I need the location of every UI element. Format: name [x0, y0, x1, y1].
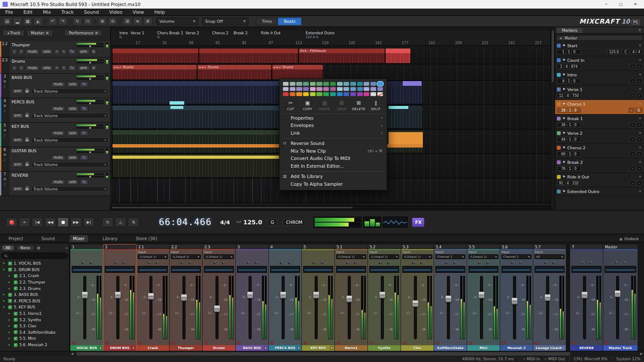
record-arm-dot[interactable]	[436, 342, 439, 344]
magnet-icon[interactable]: ⊓	[83, 17, 92, 25]
pan-knob[interactable]	[544, 261, 547, 265]
send-knob[interactable]	[188, 261, 192, 265]
clip-pencil-icon[interactable]: ∕	[12, 49, 17, 54]
add-fx-button[interactable]: +	[264, 346, 267, 350]
track-pan-slider[interactable]	[76, 127, 104, 129]
track-pan-slider[interactable]	[76, 45, 104, 47]
close-icon[interactable]: ✕	[638, 175, 642, 178]
checkbox-checked-icon[interactable]: ✓	[14, 287, 18, 290]
track-volume-dropdown[interactable]: Track Volume▾	[31, 162, 108, 167]
color-swatch[interactable]	[316, 82, 322, 86]
mixer-list-item[interactable]: ▸✓2.3. Drums	[1, 285, 68, 292]
eq-display[interactable]	[204, 266, 234, 273]
marker-field[interactable]: C	[622, 49, 629, 54]
fader-handle[interactable]	[479, 292, 484, 298]
track-menu-icon[interactable]: ≡	[91, 49, 97, 54]
eq-display[interactable]	[535, 266, 565, 273]
close-icon[interactable]: ✕	[638, 44, 642, 47]
input-dropdown[interactable]: (L)\Input 1/▾	[171, 254, 201, 259]
color-swatch[interactable]	[371, 92, 376, 96]
no-color-swatch[interactable]	[377, 92, 383, 96]
gear-icon[interactable]: ⚙	[37, 246, 41, 250]
pan-knob[interactable]	[246, 261, 250, 265]
track-thumper[interactable]: 2.2Thumper∕♪mutesolo∿∿fxarm≡	[0, 41, 110, 57]
record-arm-dot[interactable]	[337, 342, 340, 344]
add-fx-button[interactable]: +	[131, 346, 135, 350]
close-icon[interactable]: ✕	[638, 190, 642, 193]
marker-extended-outro[interactable]: ⚑Extended Outro✕	[555, 187, 644, 196]
clip-drums[interactable]: ⊘⊕↺Drums	[112, 65, 197, 79]
menu-track[interactable]: Track	[56, 9, 79, 15]
channel-name-bar[interactable]: Horns1	[335, 345, 368, 351]
fader-handle[interactable]	[615, 290, 620, 297]
mute-button[interactable]: mute	[25, 65, 39, 71]
fader-handle[interactable]	[280, 292, 286, 298]
marker-field[interactable]: -	[637, 93, 642, 98]
send-knob[interactable]	[122, 261, 126, 265]
marker-verse-1[interactable]: ⚑Verse 1✕11 : 4 : 750--	[555, 85, 644, 100]
pan-knob[interactable]	[213, 261, 217, 265]
send-knob[interactable]	[254, 261, 258, 265]
input-dropdown[interactable]: (L)\Input 1/▾	[468, 254, 498, 259]
channel-name-bar[interactable]: Drums	[203, 345, 235, 351]
mixer-list-item[interactable]: ▸✓5.3. Clav	[1, 323, 68, 329]
arm-button[interactable]: arm	[78, 49, 90, 54]
marker-field[interactable]: -	[637, 64, 642, 69]
pan-knob[interactable]	[477, 261, 481, 265]
fader-handle[interactable]	[346, 296, 352, 302]
volume-fader[interactable]	[315, 276, 318, 339]
fx-button[interactable]: fx	[80, 81, 88, 87]
send-knob[interactable]	[552, 261, 556, 265]
tap-tempo-button[interactable]: TAP	[236, 220, 242, 224]
channel-5-1[interactable]: 5.1Input:(L)\Input 1/▾0 –12 –– 9 –– 18 –…	[335, 244, 368, 351]
filter-all-button[interactable]: All	[1, 245, 15, 251]
channel-name-bar[interactable]: KEY BUS+	[302, 345, 334, 351]
marker-break-2[interactable]: ⚑Break 2✕76 : 1 : 0--	[555, 158, 644, 173]
automation-icon[interactable]: ∿	[54, 49, 60, 54]
fx-button[interactable]: fx	[80, 130, 88, 136]
track-pan-slider[interactable]	[76, 151, 104, 153]
record-arm-dot[interactable]	[172, 342, 174, 344]
channel-5[interactable]: 50 –12 –– 9 –– 18 –– 27 –– 36 –KEY BUS+	[302, 244, 334, 351]
menu-item-envelopes[interactable]: Envelopes›	[279, 122, 387, 130]
clip[interactable]	[170, 101, 184, 105]
color-swatch[interactable]	[371, 87, 376, 91]
track-menu-icon[interactable]: ≡	[91, 65, 97, 71]
add-fx-button[interactable]: +	[98, 346, 102, 350]
solo-button[interactable]: solo	[41, 65, 53, 71]
fader-handle[interactable]	[115, 292, 121, 298]
add-fx-button[interactable]: +	[297, 346, 301, 350]
channel-5-5[interactable]: 5.5Input:(L)\Input 1/▾0 –12 –– 9 –– 18 –…	[467, 244, 500, 351]
undo-icon[interactable]: ↶	[48, 17, 57, 25]
scrollbar-thumb[interactable]	[552, 30, 554, 82]
color-swatch[interactable]	[296, 82, 302, 86]
cut-button[interactable]: ✂CUT	[282, 100, 299, 111]
color-swatch[interactable]	[303, 87, 309, 91]
marker-time-field[interactable]: 28 : 1 : 0	[557, 108, 581, 113]
beats-toggle[interactable]: Beats	[278, 18, 301, 25]
checkbox-checked-icon[interactable]: ✓	[14, 312, 18, 316]
record-arm-dot[interactable]	[139, 342, 141, 344]
solo-button[interactable]: solo	[67, 81, 79, 87]
menu-item-convert-audio-clip-to-midi[interactable]: Convert Audio Clip To MIDI	[279, 155, 387, 163]
marker-field[interactable]: -	[637, 122, 642, 127]
eq-display[interactable]	[468, 266, 498, 273]
pan-knob[interactable]	[378, 261, 382, 265]
channel-name-bar[interactable]: Thumper	[170, 345, 202, 351]
volume-fader[interactable]	[583, 276, 586, 339]
marker-field[interactable]: -	[630, 151, 635, 157]
clip-drums[interactable]: ⊘⊕↺Drums	[197, 65, 271, 79]
delete-button[interactable]: ⊠DELETE	[350, 100, 368, 111]
color-swatch[interactable]	[310, 82, 316, 86]
pan-knob[interactable]	[510, 261, 514, 265]
track-reverb[interactable]: 7+♪REVERBmutesolofxarmTrack Volume▾	[0, 172, 110, 196]
track-pan-slider[interactable]	[76, 176, 104, 178]
volume-fader[interactable]	[149, 276, 152, 339]
close-icon[interactable]: ✕	[638, 131, 642, 135]
clip-pencil-icon[interactable]: ∕	[12, 65, 17, 71]
input-dropdown[interactable]: (L)\Input 1/▾	[369, 254, 399, 259]
clip[interactable]	[199, 48, 298, 63]
track-pan-slider[interactable]	[76, 62, 104, 63]
clip-kick-f90house[interactable]: Kick - F90House	[299, 48, 385, 63]
pan-knob[interactable]	[180, 261, 184, 265]
